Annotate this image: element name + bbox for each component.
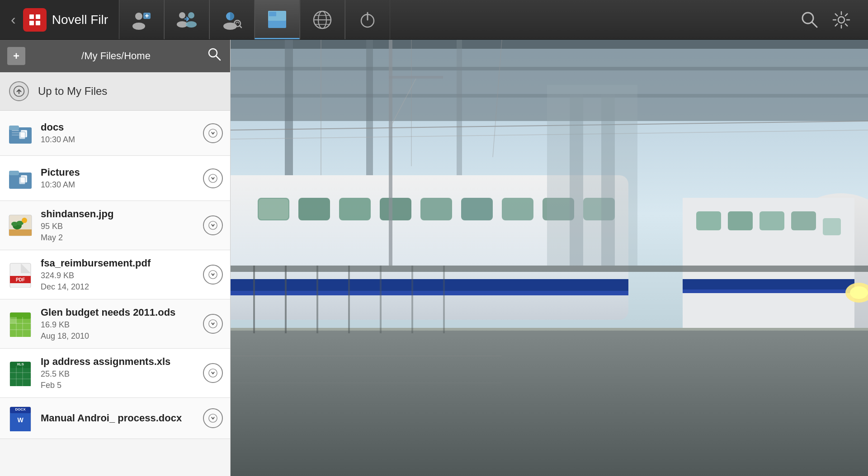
svg-rect-102 (420, 198, 452, 220)
svg-rect-68 (10, 366, 31, 386)
word-icon: DOCX W (7, 405, 33, 431)
file-meta: 95 KB (41, 222, 196, 231)
svg-rect-38 (19, 132, 25, 139)
folder-icon (7, 165, 33, 191)
svg-rect-136 (601, 94, 615, 266)
svg-rect-18 (269, 12, 276, 16)
up-to-my-files[interactable]: Up to My Files (0, 72, 230, 111)
svg-point-118 (850, 286, 868, 299)
nav-shared-with-me[interactable] (164, 0, 209, 39)
global-search-button[interactable] (794, 0, 826, 40)
add-button[interactable]: + (7, 47, 25, 65)
list-item[interactable]: docs 10:30 AM (0, 111, 230, 156)
nav-shared-by-me[interactable] (119, 0, 164, 39)
file-info: Pictures 10:30 AM (41, 167, 196, 190)
file-meta: 10:30 AM (41, 135, 196, 145)
list-item[interactable]: PDF fsa_reimbursement.pdf 324.9 KB Dec 1… (0, 250, 230, 299)
svg-rect-0 (29, 14, 34, 19)
svg-point-4 (135, 13, 142, 20)
file-info: fsa_reimbursement.pdf 324.9 KB Dec 14, 2… (41, 257, 196, 292)
file-info: docs 10:30 AM (41, 121, 196, 145)
list-item[interactable]: Pictures 10:30 AM (0, 156, 230, 201)
svg-rect-128 (443, 266, 445, 333)
main-content: + /My Files/Home Up t (0, 40, 868, 476)
up-label: Up to My Files (38, 85, 107, 98)
settings-button[interactable] (826, 0, 857, 40)
svg-line-27 (812, 22, 817, 27)
svg-point-81 (209, 414, 217, 422)
list-item[interactable]: DOCX W Manual Androi_ process.docx (0, 398, 230, 439)
svg-point-66 (209, 320, 217, 328)
chevron-button[interactable] (203, 408, 223, 428)
chevron-button[interactable] (203, 314, 223, 334)
file-date: May 2 (41, 233, 196, 243)
list-item[interactable]: XLS Ip address assignments.xls 25.5 KB F… (0, 349, 230, 398)
pdf-icon: PDF (7, 261, 33, 288)
svg-rect-132 (389, 76, 443, 79)
svg-rect-135 (570, 94, 583, 266)
svg-rect-113 (728, 211, 753, 230)
nav-my-files[interactable] (255, 0, 300, 39)
svg-rect-125 (348, 266, 350, 333)
nav-following[interactable] (209, 0, 255, 39)
svg-text:XLS: XLS (17, 362, 24, 366)
file-meta: 324.9 KB (41, 271, 196, 280)
svg-rect-112 (696, 211, 721, 230)
svg-point-75 (209, 369, 217, 377)
file-info: Ip address assignments.xls 25.5 KB Feb 5 (41, 356, 196, 390)
current-path: /My Files/Home (31, 50, 201, 62)
topbar-nav (119, 0, 794, 39)
file-info: Glen budget needs 2011.ods 16.9 KB Aug 1… (41, 307, 196, 341)
svg-rect-41 (9, 171, 19, 175)
svg-point-10 (186, 21, 197, 28)
svg-text:PDF: PDF (16, 277, 25, 282)
svg-rect-107 (259, 199, 288, 219)
svg-rect-115 (791, 211, 816, 230)
chevron-button[interactable] (203, 363, 223, 383)
svg-text:DOCX: DOCX (15, 407, 26, 411)
nav-net-folders[interactable] (300, 0, 345, 39)
svg-point-53 (209, 221, 217, 229)
svg-rect-96 (231, 279, 628, 292)
svg-rect-34 (12, 130, 19, 131)
svg-rect-3 (36, 21, 40, 25)
chevron-button[interactable] (203, 215, 223, 235)
file-name: shindansen.jpg (41, 208, 196, 220)
svg-rect-97 (231, 291, 628, 295)
svg-rect-127 (411, 266, 413, 333)
sidebar-search-button[interactable] (207, 47, 223, 66)
svg-rect-123 (285, 266, 287, 333)
svg-point-9 (188, 12, 194, 19)
svg-rect-100 (339, 198, 371, 220)
file-meta: 16.9 KB (41, 320, 196, 330)
image-icon (7, 212, 33, 238)
svg-line-30 (216, 56, 220, 60)
file-name: Glen budget needs 2011.ods (41, 307, 196, 318)
file-list: docs 10:30 AM (0, 111, 230, 476)
svg-rect-120 (231, 328, 868, 331)
svg-rect-134 (547, 85, 637, 266)
nav-power[interactable] (345, 0, 390, 39)
list-item[interactable]: shindansen.jpg 95 KB May 2 (0, 201, 230, 250)
sidebar-header: + /My Files/Home (0, 40, 230, 72)
svg-rect-111 (683, 289, 854, 293)
svg-rect-121 (231, 266, 868, 272)
preview-pane (231, 40, 868, 476)
chevron-button[interactable] (203, 265, 223, 285)
svg-rect-84 (231, 40, 868, 49)
svg-rect-101 (380, 198, 411, 220)
file-name: docs (41, 121, 196, 133)
up-arrow-icon (9, 81, 29, 101)
svg-point-57 (209, 271, 217, 279)
back-button[interactable]: ‹ (11, 11, 16, 28)
svg-rect-103 (461, 198, 493, 220)
svg-rect-89 (457, 40, 462, 175)
file-info: Manual Androi_ process.docx (41, 412, 196, 424)
svg-point-28 (838, 17, 844, 23)
svg-point-5 (132, 23, 145, 30)
svg-point-7 (179, 12, 185, 19)
chevron-button[interactable] (203, 168, 223, 188)
chevron-button[interactable] (203, 123, 223, 143)
svg-rect-1 (36, 14, 40, 19)
list-item[interactable]: Glen budget needs 2011.ods 16.9 KB Aug 1… (0, 299, 230, 349)
